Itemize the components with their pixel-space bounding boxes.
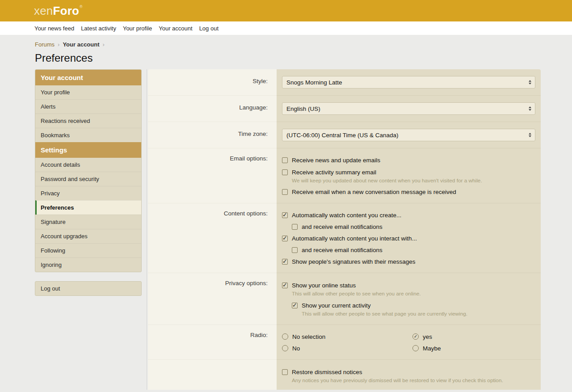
checkbox-label: Show people's signatures with their mess… <box>292 258 415 265</box>
breadcrumb-your-account-link[interactable]: Your account <box>63 41 99 48</box>
checkbox-label: Automatically watch content you create..… <box>292 212 401 219</box>
language-select[interactable]: English (US) <box>282 102 535 115</box>
select-arrows-icon <box>529 80 531 84</box>
radio-maybe[interactable]: Maybe <box>412 342 535 354</box>
logo-foro-text: Foro <box>53 4 80 17</box>
sidebar-item-your-profile[interactable]: Your profile <box>35 85 141 99</box>
checkbox-label: Receive activity summary email <box>292 169 376 176</box>
checkbox-icon <box>282 169 288 175</box>
breadcrumb-forums-link[interactable]: Forums <box>35 41 55 48</box>
sidebar-item-signature[interactable]: Signature <box>35 215 141 229</box>
checkbox-label: and receive email notifications <box>302 223 383 230</box>
checkbox-icon <box>292 224 298 230</box>
checkbox-show-current-activity[interactable]: Show your current activity <box>292 299 535 311</box>
sidebar-item-reactions-received[interactable]: Reactions received <box>35 114 141 128</box>
logo-trademark: ® <box>80 4 83 9</box>
checkbox-label: Receive email when a new conversation me… <box>292 189 456 195</box>
page-title: Preferences <box>35 52 572 64</box>
timezone-select[interactable]: (UTC-06:00) Central Time (US & Canada) <box>282 129 535 141</box>
empty-label-cell <box>148 359 277 390</box>
checkbox-label: Show your online status <box>292 282 356 289</box>
style-select[interactable]: Snogs Morning Latte <box>282 76 535 89</box>
radio-icon <box>282 345 288 351</box>
checkbox-icon <box>292 303 298 308</box>
current-activity-hint: This will allow other people to see what… <box>302 311 535 319</box>
radio-option-label: yes <box>423 333 432 340</box>
sidebar-item-preferences[interactable]: Preferences <box>35 200 141 215</box>
checkbox-icon <box>292 247 298 253</box>
top-header-bar: xenForo® <box>0 0 572 21</box>
form-row-timezone: Time zone: (UTC-06:00) Central Time (US … <box>148 122 541 148</box>
radio-option-label: No selection <box>292 333 325 340</box>
content-options-label: Content options: <box>148 203 277 273</box>
form-row-privacy-options: Privacy options: Show your online status… <box>148 273 541 325</box>
nav-your-account[interactable]: Your account <box>159 25 192 32</box>
checkbox-watch-content-interact[interactable]: Automatically watch content you interact… <box>282 232 535 244</box>
sidebar-item-following[interactable]: Following <box>35 243 141 257</box>
checkbox-receive-news-emails[interactable]: Receive news and update emails <box>282 154 535 166</box>
sidebar-item-account-upgrades[interactable]: Account upgrades <box>35 229 141 243</box>
checkbox-conversation-email[interactable]: Receive email when a new conversation me… <box>282 186 535 198</box>
radio-icon <box>282 333 288 340</box>
style-select-value: Snogs Morning Latte <box>286 79 342 86</box>
sidebar-item-privacy[interactable]: Privacy <box>35 186 141 200</box>
nav-your-news-feed[interactable]: Your news feed <box>34 25 74 32</box>
radio-icon <box>412 345 419 351</box>
checkbox-label: Show your current activity <box>302 302 371 309</box>
checkbox-show-signatures[interactable]: Show people's signatures with their mess… <box>282 256 535 267</box>
xenforo-logo[interactable]: xenForo® <box>34 5 83 17</box>
select-arrows-icon <box>529 133 531 137</box>
form-row-email-options: Email options: Receive news and update e… <box>148 148 541 203</box>
nav-latest-activity[interactable]: Latest activity <box>81 25 116 32</box>
checkbox-icon <box>282 157 288 163</box>
form-row-language: Language: English (US) <box>148 95 541 122</box>
checkbox-icon <box>282 282 288 288</box>
radio-option-label: No <box>292 345 300 352</box>
radio-no-selection[interactable]: No selection <box>282 331 412 342</box>
sidebar-block-account: Your account Your profile Alerts Reactio… <box>35 69 142 272</box>
checkbox-restore-dismissed-notices[interactable]: Restore dismissed notices <box>282 366 535 377</box>
form-row-style: Style: Snogs Morning Latte <box>148 69 541 95</box>
nav-log-out[interactable]: Log out <box>199 25 219 32</box>
sidebar-item-alerts[interactable]: Alerts <box>35 99 141 114</box>
email-options-label: Email options: <box>148 148 277 203</box>
checkbox-icon <box>282 236 288 241</box>
radio-no[interactable]: No <box>282 342 412 354</box>
online-status-hint: This will allow other people to see when… <box>292 291 535 299</box>
style-label: Style: <box>148 69 277 95</box>
checkbox-label: Restore dismissed notices <box>292 369 362 375</box>
sidebar-block-logout: Log out <box>35 281 142 296</box>
radio-yes[interactable]: yes <box>412 331 535 342</box>
timezone-label: Time zone: <box>148 122 277 148</box>
form-row-radio: Radio: No selection yes No <box>148 325 541 359</box>
sidebar-item-account-details[interactable]: Account details <box>35 158 141 172</box>
sidebar-header-your-account: Your account <box>35 70 141 85</box>
nav-your-profile[interactable]: Your profile <box>123 25 152 32</box>
sidebar-item-bookmarks[interactable]: Bookmarks <box>35 128 141 142</box>
checkbox-create-email-notifications[interactable]: and receive email notifications <box>292 221 535 232</box>
sidebar-item-log-out[interactable]: Log out <box>35 282 141 295</box>
checkbox-icon <box>282 189 288 195</box>
checkbox-show-online-status[interactable]: Show your online status <box>282 279 535 291</box>
privacy-options-label: Privacy options: <box>148 273 277 325</box>
language-select-value: English (US) <box>286 105 320 112</box>
sidebar-item-password-and-security[interactable]: Password and security <box>35 172 141 186</box>
radio-option-label: Maybe <box>423 345 441 352</box>
account-sidebar: Your account Your profile Alerts Reactio… <box>35 69 142 296</box>
checkbox-activity-summary-email[interactable]: Receive activity summary email <box>282 166 535 177</box>
breadcrumb-chevron-icon: › <box>103 41 105 48</box>
checkbox-label: Receive news and update emails <box>292 157 380 164</box>
sidebar-item-ignoring[interactable]: Ignoring <box>35 257 141 272</box>
radio-icon <box>412 333 419 340</box>
preferences-form: Style: Snogs Morning Latte Language: Eng… <box>147 69 541 390</box>
checkbox-watch-content-create[interactable]: Automatically watch content you create..… <box>282 209 535 221</box>
form-row-content-options: Content options: Automatically watch con… <box>148 203 541 273</box>
timezone-select-value: (UTC-06:00) Central Time (US & Canada) <box>286 132 399 139</box>
checkbox-icon <box>282 212 288 218</box>
radio-group: No selection yes No Maybe <box>282 331 535 354</box>
restore-notices-hint: Any notices you have previously dismisse… <box>292 377 535 386</box>
top-navigation: Your news feed Latest activity Your prof… <box>0 21 572 35</box>
breadcrumb-chevron-icon: › <box>58 41 59 48</box>
checkbox-icon <box>282 369 288 375</box>
checkbox-interact-email-notifications[interactable]: and receive email notifications <box>292 244 535 256</box>
